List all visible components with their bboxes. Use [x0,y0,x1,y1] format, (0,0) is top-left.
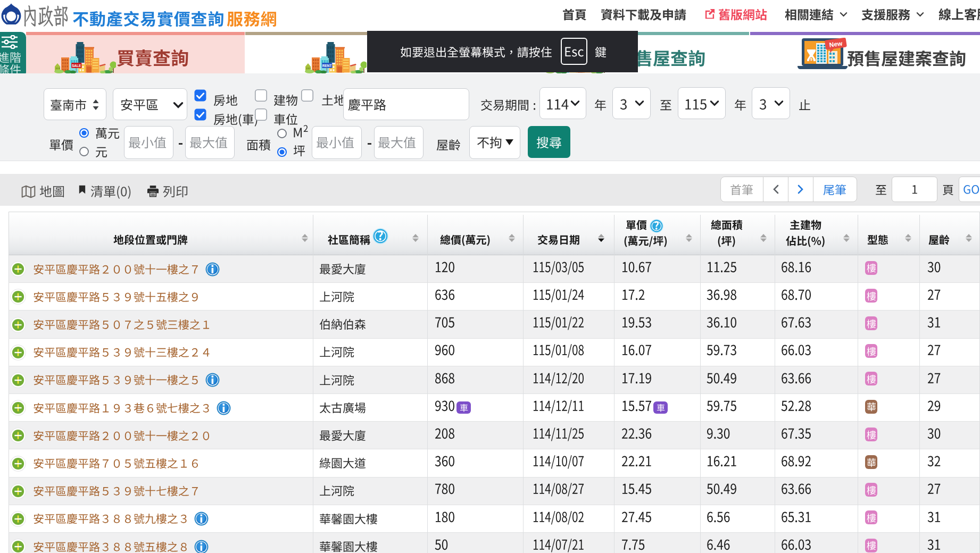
svg-text:RENT: RENT [322,64,332,68]
svg-text:SALE: SALE [72,64,81,68]
svg-text:$: $ [810,57,812,62]
